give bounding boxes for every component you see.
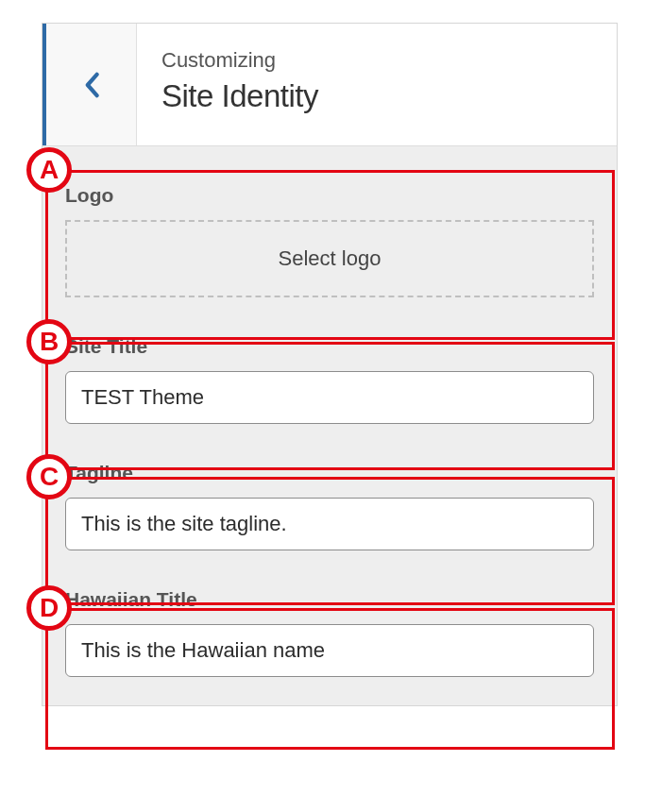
panel-header: Customizing Site Identity bbox=[42, 24, 617, 146]
context-label: Customizing bbox=[161, 48, 592, 73]
site-title-input[interactable] bbox=[65, 371, 594, 424]
hawaiian-title-label: Hawaiian Title bbox=[65, 588, 594, 611]
site-title-section: Site Title bbox=[42, 318, 617, 445]
tagline-input[interactable] bbox=[65, 498, 594, 550]
back-button[interactable] bbox=[42, 24, 137, 145]
tagline-section: Tagline bbox=[42, 445, 617, 571]
customizer-panel: Customizing Site Identity Logo Select lo… bbox=[42, 23, 618, 706]
site-title-label: Site Title bbox=[65, 335, 594, 358]
hawaiian-title-section: Hawaiian Title bbox=[42, 571, 617, 705]
select-logo-button[interactable]: Select logo bbox=[65, 220, 594, 297]
logo-label: Logo bbox=[65, 184, 594, 207]
hawaiian-title-input[interactable] bbox=[65, 624, 594, 677]
tagline-label: Tagline bbox=[65, 462, 594, 484]
header-text: Customizing Site Identity bbox=[137, 24, 617, 145]
logo-section: Logo Select logo bbox=[42, 146, 617, 318]
section-title: Site Identity bbox=[161, 78, 592, 114]
chevron-left-icon bbox=[83, 72, 100, 98]
